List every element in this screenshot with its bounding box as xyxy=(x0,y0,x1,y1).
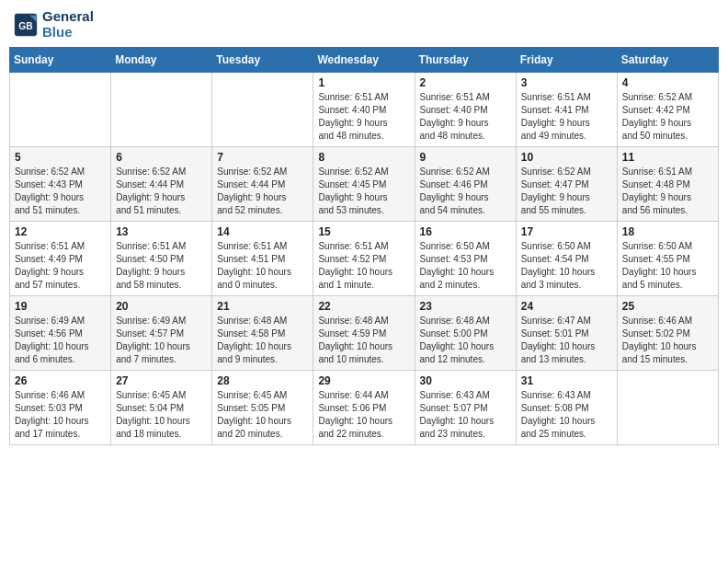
day-info: Sunrise: 6:51 AM Sunset: 4:51 PM Dayligh… xyxy=(217,240,308,292)
day-cell: 22Sunrise: 6:48 AM Sunset: 4:59 PM Dayli… xyxy=(313,296,415,371)
day-number: 9 xyxy=(420,151,511,164)
page-header: GB General Blue xyxy=(9,9,719,40)
weekday-header-wednesday: Wednesday xyxy=(313,48,415,73)
day-info: Sunrise: 6:51 AM Sunset: 4:52 PM Dayligh… xyxy=(318,240,409,292)
day-number: 25 xyxy=(622,300,713,313)
day-number: 10 xyxy=(521,151,612,164)
day-info: Sunrise: 6:43 AM Sunset: 5:08 PM Dayligh… xyxy=(521,389,612,441)
day-number: 28 xyxy=(217,374,308,387)
day-cell: 25Sunrise: 6:46 AM Sunset: 5:02 PM Dayli… xyxy=(617,296,718,371)
day-cell: 10Sunrise: 6:52 AM Sunset: 4:47 PM Dayli… xyxy=(516,147,617,222)
day-number: 20 xyxy=(116,300,207,313)
day-cell: 18Sunrise: 6:50 AM Sunset: 4:55 PM Dayli… xyxy=(617,222,718,296)
day-info: Sunrise: 6:48 AM Sunset: 5:00 PM Dayligh… xyxy=(420,315,511,366)
day-number: 6 xyxy=(116,151,207,164)
day-cell: 1Sunrise: 6:51 AM Sunset: 4:40 PM Daylig… xyxy=(313,73,415,147)
day-cell: 16Sunrise: 6:50 AM Sunset: 4:53 PM Dayli… xyxy=(415,222,516,296)
day-number: 12 xyxy=(15,225,106,238)
day-number: 4 xyxy=(622,76,713,89)
weekday-header-row: SundayMondayTuesdayWednesdayThursdayFrid… xyxy=(10,48,719,73)
day-info: Sunrise: 6:45 AM Sunset: 5:04 PM Dayligh… xyxy=(116,389,207,441)
day-number: 24 xyxy=(521,300,612,313)
day-info: Sunrise: 6:51 AM Sunset: 4:50 PM Dayligh… xyxy=(116,240,207,292)
day-cell: 14Sunrise: 6:51 AM Sunset: 4:51 PM Dayli… xyxy=(212,222,313,296)
day-number: 15 xyxy=(318,225,409,238)
day-cell: 29Sunrise: 6:44 AM Sunset: 5:06 PM Dayli… xyxy=(313,371,415,445)
day-info: Sunrise: 6:52 AM Sunset: 4:43 PM Dayligh… xyxy=(15,166,106,217)
day-info: Sunrise: 6:46 AM Sunset: 5:02 PM Dayligh… xyxy=(622,315,713,366)
day-info: Sunrise: 6:52 AM Sunset: 4:44 PM Dayligh… xyxy=(116,166,207,217)
day-info: Sunrise: 6:47 AM Sunset: 5:01 PM Dayligh… xyxy=(521,315,612,366)
day-number: 16 xyxy=(420,225,511,238)
day-cell: 30Sunrise: 6:43 AM Sunset: 5:07 PM Dayli… xyxy=(415,371,516,445)
day-number: 5 xyxy=(15,151,106,164)
day-cell: 27Sunrise: 6:45 AM Sunset: 5:04 PM Dayli… xyxy=(111,371,212,445)
day-cell xyxy=(111,73,212,147)
day-number: 2 xyxy=(420,76,511,89)
logo-icon: GB xyxy=(13,12,39,38)
day-cell: 3Sunrise: 6:51 AM Sunset: 4:41 PM Daylig… xyxy=(516,73,617,147)
day-number: 18 xyxy=(622,225,713,238)
day-info: Sunrise: 6:48 AM Sunset: 4:58 PM Dayligh… xyxy=(217,315,308,366)
day-cell: 11Sunrise: 6:51 AM Sunset: 4:48 PM Dayli… xyxy=(617,147,718,222)
day-cell xyxy=(212,73,313,147)
day-info: Sunrise: 6:51 AM Sunset: 4:40 PM Dayligh… xyxy=(420,91,511,143)
day-cell xyxy=(10,73,111,147)
day-number: 1 xyxy=(318,76,409,89)
day-info: Sunrise: 6:43 AM Sunset: 5:07 PM Dayligh… xyxy=(420,389,511,441)
day-cell: 24Sunrise: 6:47 AM Sunset: 5:01 PM Dayli… xyxy=(516,296,617,371)
day-number: 22 xyxy=(318,300,409,313)
day-cell: 12Sunrise: 6:51 AM Sunset: 4:49 PM Dayli… xyxy=(10,222,111,296)
day-number: 8 xyxy=(318,151,409,164)
day-cell: 31Sunrise: 6:43 AM Sunset: 5:08 PM Dayli… xyxy=(516,371,617,445)
day-cell: 20Sunrise: 6:49 AM Sunset: 4:57 PM Dayli… xyxy=(111,296,212,371)
day-info: Sunrise: 6:52 AM Sunset: 4:46 PM Dayligh… xyxy=(420,166,511,217)
week-row-1: 1Sunrise: 6:51 AM Sunset: 4:40 PM Daylig… xyxy=(10,73,719,147)
logo: GB General Blue xyxy=(13,9,94,40)
calendar: SundayMondayTuesdayWednesdayThursdayFrid… xyxy=(9,47,719,445)
day-info: Sunrise: 6:45 AM Sunset: 5:05 PM Dayligh… xyxy=(217,389,308,441)
day-info: Sunrise: 6:50 AM Sunset: 4:53 PM Dayligh… xyxy=(420,240,511,292)
day-cell: 5Sunrise: 6:52 AM Sunset: 4:43 PM Daylig… xyxy=(10,147,111,222)
weekday-header-sunday: Sunday xyxy=(10,48,111,73)
day-number: 11 xyxy=(622,151,713,164)
day-cell: 15Sunrise: 6:51 AM Sunset: 4:52 PM Dayli… xyxy=(313,222,415,296)
day-number: 3 xyxy=(521,76,612,89)
day-number: 17 xyxy=(521,225,612,238)
day-info: Sunrise: 6:49 AM Sunset: 4:57 PM Dayligh… xyxy=(116,315,207,366)
day-number: 21 xyxy=(217,300,308,313)
day-info: Sunrise: 6:46 AM Sunset: 5:03 PM Dayligh… xyxy=(15,389,106,441)
day-cell: 2Sunrise: 6:51 AM Sunset: 4:40 PM Daylig… xyxy=(415,73,516,147)
day-info: Sunrise: 6:52 AM Sunset: 4:44 PM Dayligh… xyxy=(217,166,308,217)
day-info: Sunrise: 6:44 AM Sunset: 5:06 PM Dayligh… xyxy=(318,389,409,441)
weekday-header-tuesday: Tuesday xyxy=(212,48,313,73)
day-info: Sunrise: 6:51 AM Sunset: 4:49 PM Dayligh… xyxy=(15,240,106,292)
weekday-header-saturday: Saturday xyxy=(617,48,718,73)
day-cell: 26Sunrise: 6:46 AM Sunset: 5:03 PM Dayli… xyxy=(10,371,111,445)
day-number: 19 xyxy=(15,300,106,313)
day-cell: 4Sunrise: 6:52 AM Sunset: 4:42 PM Daylig… xyxy=(617,73,718,147)
week-row-2: 5Sunrise: 6:52 AM Sunset: 4:43 PM Daylig… xyxy=(10,147,719,222)
day-info: Sunrise: 6:50 AM Sunset: 4:55 PM Dayligh… xyxy=(622,240,713,292)
day-cell: 7Sunrise: 6:52 AM Sunset: 4:44 PM Daylig… xyxy=(212,147,313,222)
week-row-3: 12Sunrise: 6:51 AM Sunset: 4:49 PM Dayli… xyxy=(10,222,719,296)
weekday-header-monday: Monday xyxy=(111,48,212,73)
day-cell: 19Sunrise: 6:49 AM Sunset: 4:56 PM Dayli… xyxy=(10,296,111,371)
day-cell: 6Sunrise: 6:52 AM Sunset: 4:44 PM Daylig… xyxy=(111,147,212,222)
day-info: Sunrise: 6:52 AM Sunset: 4:45 PM Dayligh… xyxy=(318,166,409,217)
day-cell: 21Sunrise: 6:48 AM Sunset: 4:58 PM Dayli… xyxy=(212,296,313,371)
day-info: Sunrise: 6:52 AM Sunset: 4:47 PM Dayligh… xyxy=(521,166,612,217)
day-info: Sunrise: 6:49 AM Sunset: 4:56 PM Dayligh… xyxy=(15,315,106,366)
day-info: Sunrise: 6:51 AM Sunset: 4:41 PM Dayligh… xyxy=(521,91,612,143)
svg-text:GB: GB xyxy=(18,20,32,30)
day-cell: 13Sunrise: 6:51 AM Sunset: 4:50 PM Dayli… xyxy=(111,222,212,296)
day-number: 27 xyxy=(116,374,207,387)
week-row-4: 19Sunrise: 6:49 AM Sunset: 4:56 PM Dayli… xyxy=(10,296,719,371)
day-cell: 23Sunrise: 6:48 AM Sunset: 5:00 PM Dayli… xyxy=(415,296,516,371)
weekday-header-friday: Friday xyxy=(516,48,617,73)
day-cell: 9Sunrise: 6:52 AM Sunset: 4:46 PM Daylig… xyxy=(415,147,516,222)
day-cell: 28Sunrise: 6:45 AM Sunset: 5:05 PM Dayli… xyxy=(212,371,313,445)
day-number: 14 xyxy=(217,225,308,238)
day-number: 26 xyxy=(15,374,106,387)
day-info: Sunrise: 6:51 AM Sunset: 4:48 PM Dayligh… xyxy=(622,166,713,217)
